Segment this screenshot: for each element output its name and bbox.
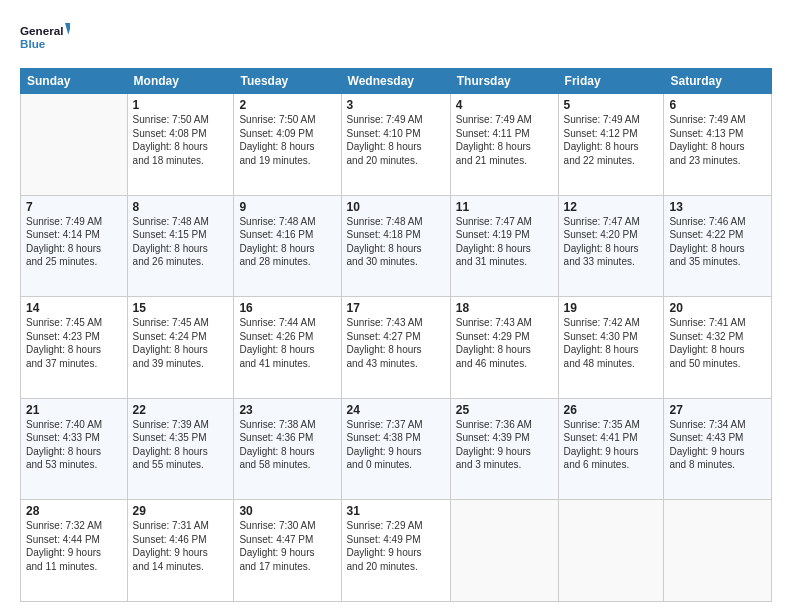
page-header: General Blue <box>20 18 772 58</box>
calendar-cell: 6Sunrise: 7:49 AMSunset: 4:13 PMDaylight… <box>664 94 772 196</box>
day-number: 5 <box>564 98 659 112</box>
calendar-header-tuesday: Tuesday <box>234 69 341 94</box>
day-number: 18 <box>456 301 553 315</box>
day-info: Sunrise: 7:41 AMSunset: 4:32 PMDaylight:… <box>669 316 766 370</box>
day-info: Sunrise: 7:49 AMSunset: 4:12 PMDaylight:… <box>564 113 659 167</box>
day-number: 19 <box>564 301 659 315</box>
calendar-cell: 20Sunrise: 7:41 AMSunset: 4:32 PMDayligh… <box>664 297 772 399</box>
day-info: Sunrise: 7:47 AMSunset: 4:20 PMDaylight:… <box>564 215 659 269</box>
calendar-cell: 4Sunrise: 7:49 AMSunset: 4:11 PMDaylight… <box>450 94 558 196</box>
calendar-cell: 3Sunrise: 7:49 AMSunset: 4:10 PMDaylight… <box>341 94 450 196</box>
day-info: Sunrise: 7:49 AMSunset: 4:13 PMDaylight:… <box>669 113 766 167</box>
day-number: 14 <box>26 301 122 315</box>
calendar-cell: 2Sunrise: 7:50 AMSunset: 4:09 PMDaylight… <box>234 94 341 196</box>
calendar-cell: 10Sunrise: 7:48 AMSunset: 4:18 PMDayligh… <box>341 195 450 297</box>
calendar-cell: 15Sunrise: 7:45 AMSunset: 4:24 PMDayligh… <box>127 297 234 399</box>
calendar-header-saturday: Saturday <box>664 69 772 94</box>
calendar-cell <box>450 500 558 602</box>
day-info: Sunrise: 7:35 AMSunset: 4:41 PMDaylight:… <box>564 418 659 472</box>
day-info: Sunrise: 7:43 AMSunset: 4:29 PMDaylight:… <box>456 316 553 370</box>
calendar-cell: 1Sunrise: 7:50 AMSunset: 4:08 PMDaylight… <box>127 94 234 196</box>
day-info: Sunrise: 7:29 AMSunset: 4:49 PMDaylight:… <box>347 519 445 573</box>
day-number: 31 <box>347 504 445 518</box>
day-info: Sunrise: 7:48 AMSunset: 4:16 PMDaylight:… <box>239 215 335 269</box>
calendar-week-2: 7Sunrise: 7:49 AMSunset: 4:14 PMDaylight… <box>21 195 772 297</box>
calendar-cell: 22Sunrise: 7:39 AMSunset: 4:35 PMDayligh… <box>127 398 234 500</box>
calendar-header-thursday: Thursday <box>450 69 558 94</box>
day-number: 3 <box>347 98 445 112</box>
day-info: Sunrise: 7:48 AMSunset: 4:18 PMDaylight:… <box>347 215 445 269</box>
day-number: 30 <box>239 504 335 518</box>
day-number: 28 <box>26 504 122 518</box>
svg-marker-2 <box>65 23 70 35</box>
calendar-cell: 19Sunrise: 7:42 AMSunset: 4:30 PMDayligh… <box>558 297 664 399</box>
day-number: 9 <box>239 200 335 214</box>
calendar-cell: 9Sunrise: 7:48 AMSunset: 4:16 PMDaylight… <box>234 195 341 297</box>
calendar-cell: 21Sunrise: 7:40 AMSunset: 4:33 PMDayligh… <box>21 398 128 500</box>
day-info: Sunrise: 7:40 AMSunset: 4:33 PMDaylight:… <box>26 418 122 472</box>
day-info: Sunrise: 7:48 AMSunset: 4:15 PMDaylight:… <box>133 215 229 269</box>
day-info: Sunrise: 7:45 AMSunset: 4:24 PMDaylight:… <box>133 316 229 370</box>
day-number: 11 <box>456 200 553 214</box>
day-info: Sunrise: 7:42 AMSunset: 4:30 PMDaylight:… <box>564 316 659 370</box>
day-number: 16 <box>239 301 335 315</box>
calendar-cell: 8Sunrise: 7:48 AMSunset: 4:15 PMDaylight… <box>127 195 234 297</box>
calendar-cell <box>558 500 664 602</box>
day-number: 22 <box>133 403 229 417</box>
day-number: 1 <box>133 98 229 112</box>
calendar-cell: 11Sunrise: 7:47 AMSunset: 4:19 PMDayligh… <box>450 195 558 297</box>
calendar-week-4: 21Sunrise: 7:40 AMSunset: 4:33 PMDayligh… <box>21 398 772 500</box>
calendar-header-monday: Monday <box>127 69 234 94</box>
day-number: 17 <box>347 301 445 315</box>
day-info: Sunrise: 7:45 AMSunset: 4:23 PMDaylight:… <box>26 316 122 370</box>
calendar-week-3: 14Sunrise: 7:45 AMSunset: 4:23 PMDayligh… <box>21 297 772 399</box>
day-info: Sunrise: 7:44 AMSunset: 4:26 PMDaylight:… <box>239 316 335 370</box>
day-info: Sunrise: 7:49 AMSunset: 4:11 PMDaylight:… <box>456 113 553 167</box>
calendar-cell: 25Sunrise: 7:36 AMSunset: 4:39 PMDayligh… <box>450 398 558 500</box>
day-info: Sunrise: 7:30 AMSunset: 4:47 PMDaylight:… <box>239 519 335 573</box>
day-number: 12 <box>564 200 659 214</box>
day-info: Sunrise: 7:50 AMSunset: 4:08 PMDaylight:… <box>133 113 229 167</box>
day-number: 4 <box>456 98 553 112</box>
day-info: Sunrise: 7:49 AMSunset: 4:14 PMDaylight:… <box>26 215 122 269</box>
day-number: 29 <box>133 504 229 518</box>
calendar-cell: 12Sunrise: 7:47 AMSunset: 4:20 PMDayligh… <box>558 195 664 297</box>
day-number: 7 <box>26 200 122 214</box>
day-info: Sunrise: 7:36 AMSunset: 4:39 PMDaylight:… <box>456 418 553 472</box>
calendar-cell: 30Sunrise: 7:30 AMSunset: 4:47 PMDayligh… <box>234 500 341 602</box>
day-number: 13 <box>669 200 766 214</box>
calendar-cell: 24Sunrise: 7:37 AMSunset: 4:38 PMDayligh… <box>341 398 450 500</box>
calendar-cell: 23Sunrise: 7:38 AMSunset: 4:36 PMDayligh… <box>234 398 341 500</box>
day-info: Sunrise: 7:37 AMSunset: 4:38 PMDaylight:… <box>347 418 445 472</box>
day-info: Sunrise: 7:31 AMSunset: 4:46 PMDaylight:… <box>133 519 229 573</box>
calendar-table: SundayMondayTuesdayWednesdayThursdayFrid… <box>20 68 772 602</box>
day-info: Sunrise: 7:38 AMSunset: 4:36 PMDaylight:… <box>239 418 335 472</box>
calendar-cell: 14Sunrise: 7:45 AMSunset: 4:23 PMDayligh… <box>21 297 128 399</box>
calendar-header-friday: Friday <box>558 69 664 94</box>
calendar-cell: 28Sunrise: 7:32 AMSunset: 4:44 PMDayligh… <box>21 500 128 602</box>
day-info: Sunrise: 7:32 AMSunset: 4:44 PMDaylight:… <box>26 519 122 573</box>
calendar-cell: 16Sunrise: 7:44 AMSunset: 4:26 PMDayligh… <box>234 297 341 399</box>
day-info: Sunrise: 7:50 AMSunset: 4:09 PMDaylight:… <box>239 113 335 167</box>
calendar-cell: 29Sunrise: 7:31 AMSunset: 4:46 PMDayligh… <box>127 500 234 602</box>
day-number: 15 <box>133 301 229 315</box>
day-number: 8 <box>133 200 229 214</box>
calendar-cell: 7Sunrise: 7:49 AMSunset: 4:14 PMDaylight… <box>21 195 128 297</box>
day-number: 6 <box>669 98 766 112</box>
svg-text:Blue: Blue <box>20 37 46 50</box>
logo-svg: General Blue <box>20 18 70 58</box>
day-info: Sunrise: 7:43 AMSunset: 4:27 PMDaylight:… <box>347 316 445 370</box>
day-number: 27 <box>669 403 766 417</box>
day-info: Sunrise: 7:47 AMSunset: 4:19 PMDaylight:… <box>456 215 553 269</box>
calendar-cell: 13Sunrise: 7:46 AMSunset: 4:22 PMDayligh… <box>664 195 772 297</box>
calendar-week-5: 28Sunrise: 7:32 AMSunset: 4:44 PMDayligh… <box>21 500 772 602</box>
day-number: 24 <box>347 403 445 417</box>
day-number: 25 <box>456 403 553 417</box>
calendar-header-sunday: Sunday <box>21 69 128 94</box>
day-number: 2 <box>239 98 335 112</box>
calendar-cell <box>21 94 128 196</box>
calendar-cell: 17Sunrise: 7:43 AMSunset: 4:27 PMDayligh… <box>341 297 450 399</box>
calendar-cell: 27Sunrise: 7:34 AMSunset: 4:43 PMDayligh… <box>664 398 772 500</box>
day-number: 23 <box>239 403 335 417</box>
calendar-header-row: SundayMondayTuesdayWednesdayThursdayFrid… <box>21 69 772 94</box>
